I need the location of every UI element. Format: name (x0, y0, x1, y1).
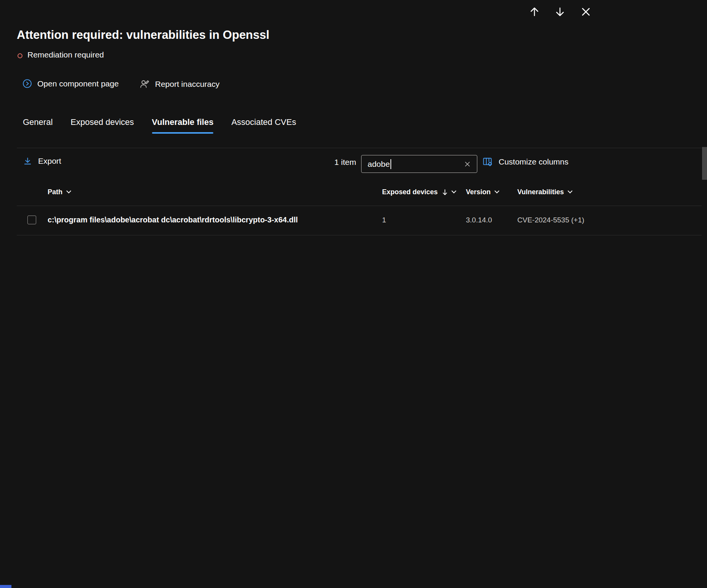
active-tab-indicator (152, 132, 214, 134)
download-icon (23, 157, 32, 166)
clear-x-icon (464, 161, 471, 168)
item-count: 1 item (309, 158, 356, 167)
sort-descending-icon (442, 189, 448, 195)
remediation-status-icon (18, 53, 22, 58)
tab-general[interactable]: General (23, 117, 53, 134)
status-label: Remediation required (27, 50, 104, 59)
search-value: adobe (368, 160, 390, 169)
cell-version: 3.0.14.0 (466, 216, 492, 224)
circle-chevron-right-icon (22, 79, 32, 88)
tab-exposed-devices[interactable]: Exposed devices (70, 117, 134, 134)
search-input[interactable]: adobe (361, 155, 477, 173)
customize-columns-button[interactable]: Customize columns (482, 157, 568, 167)
clear-search-button[interactable] (461, 158, 474, 171)
bottom-edge-artifact (0, 585, 11, 588)
column-header-version[interactable]: Version (466, 188, 499, 196)
chevron-down-icon (451, 189, 456, 193)
customize-columns-icon (482, 157, 493, 167)
text-caret (390, 159, 391, 169)
section-divider (17, 148, 702, 148)
column-header-path[interactable]: Path (48, 188, 70, 196)
close-button[interactable] (578, 4, 594, 20)
chevron-down-icon (494, 189, 499, 193)
person-feedback-icon (139, 79, 150, 89)
row-divider (17, 235, 702, 235)
chevron-down-icon (568, 189, 573, 193)
open-component-page-label: Open component page (37, 79, 119, 88)
report-inaccuracy-label: Report inaccuracy (155, 80, 219, 89)
export-label: Export (38, 157, 61, 166)
customize-columns-label: Customize columns (499, 157, 568, 166)
column-header-vulnerabilities[interactable]: Vulnerabilities (517, 188, 572, 196)
previous-item-button[interactable] (526, 4, 542, 20)
tab-bar: General Exposed devices Vulnerable files… (23, 117, 296, 134)
chevron-down-icon (66, 189, 71, 193)
tab-vulnerable-files[interactable]: Vulnerable files (152, 117, 214, 134)
close-icon (580, 6, 592, 18)
cell-exposed-devices: 1 (382, 216, 386, 224)
open-component-page-link[interactable]: Open component page (22, 79, 119, 88)
next-item-button[interactable] (552, 4, 568, 20)
page-title: Attention required: vulnerabilities in O… (17, 28, 269, 42)
cell-path: c:\program files\adobe\acrobat dc\acroba… (48, 216, 298, 224)
column-header-exposed-devices[interactable]: Exposed devices (382, 188, 456, 196)
tab-associated-cves[interactable]: Associated CVEs (231, 117, 296, 134)
up-arrow-icon (529, 6, 540, 18)
table-row[interactable]: c:\program files\adobe\acrobat dc\acroba… (17, 206, 702, 235)
down-arrow-icon (554, 6, 566, 18)
flyout-panel: Attention required: vulnerabilities in O… (0, 0, 707, 588)
cell-vulnerabilities: CVE-2024-5535 (+1) (517, 216, 584, 224)
vertical-scrollbar-thumb[interactable] (702, 147, 707, 180)
row-checkbox[interactable] (27, 216, 36, 224)
export-button[interactable]: Export (23, 157, 61, 166)
report-inaccuracy-link[interactable]: Report inaccuracy (139, 79, 219, 89)
